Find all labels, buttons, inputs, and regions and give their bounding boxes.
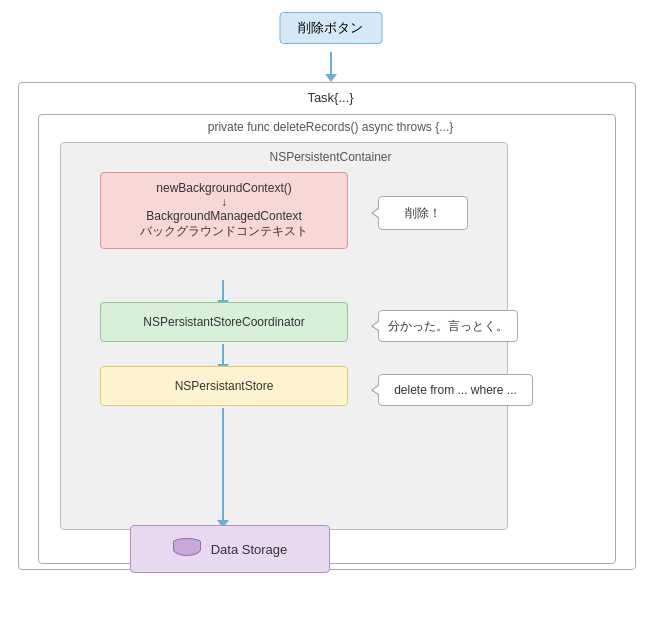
data-storage-label: Data Storage bbox=[211, 542, 288, 557]
callout-delete-label: 削除！ bbox=[405, 205, 441, 222]
store-coordinator-box: NSPersistantStoreCoordinator bbox=[100, 302, 348, 342]
bg-context-line4: バックグラウンドコンテキスト bbox=[113, 223, 335, 240]
arrow-store-to-storage bbox=[217, 408, 229, 528]
callout-delete-from-label: delete from ... where ... bbox=[394, 383, 517, 397]
delete-button-label: 削除ボタン bbox=[298, 20, 363, 35]
database-icon bbox=[173, 538, 201, 560]
bg-context-line1: newBackgroundContext() bbox=[113, 181, 335, 195]
bg-context-box: newBackgroundContext() ↓ BackgroundManag… bbox=[100, 172, 348, 249]
callout-wakatta-label: 分かった。言っとく。 bbox=[388, 318, 508, 335]
store-label: NSPersistantStore bbox=[175, 379, 274, 393]
store-box: NSPersistantStore bbox=[100, 366, 348, 406]
delete-button-box: 削除ボタン bbox=[279, 12, 382, 44]
diagram: 削除ボタン Task{...} private func deleteRecor… bbox=[0, 0, 661, 631]
task-label: Task{...} bbox=[307, 90, 353, 105]
callout-delete-from-box: delete from ... where ... bbox=[378, 374, 533, 406]
callout-wakatta-box: 分かった。言っとく。 bbox=[378, 310, 518, 342]
data-storage-box: Data Storage bbox=[130, 525, 330, 573]
store-coordinator-label: NSPersistantStoreCoordinator bbox=[143, 315, 304, 329]
func-label: private func deleteRecords() async throw… bbox=[208, 120, 453, 134]
ns-persistent-container-label: NSPersistentContainer bbox=[269, 150, 391, 164]
bg-context-line2: ↓ bbox=[113, 195, 335, 209]
arrow-delete-to-task bbox=[325, 52, 337, 82]
callout-delete-box: 削除！ bbox=[378, 196, 468, 230]
bg-context-line3: BackgroundManagedContext bbox=[113, 209, 335, 223]
